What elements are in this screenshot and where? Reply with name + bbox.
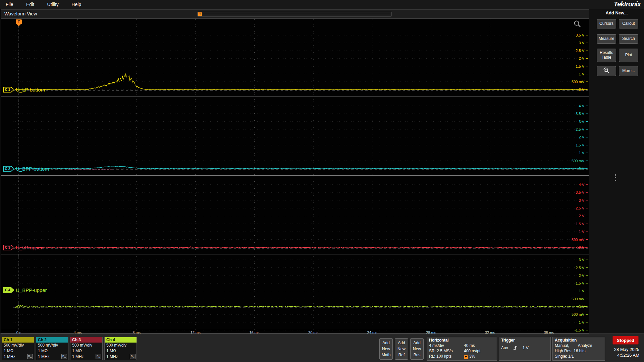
channel-card-ch1[interactable]: Ch 1500 mV/div1 MΩ1 MHzBW: [2, 337, 34, 360]
scale-label-ch4: 2 V: [561, 274, 584, 278]
menu-edit[interactable]: Edit: [20, 0, 40, 9]
minimap-track: [203, 14, 390, 14]
measure-button[interactable]: Measure: [597, 34, 616, 44]
channel-badge-c1[interactable]: C 1: [3, 87, 14, 93]
panel-resize-grip[interactable]: [615, 173, 616, 182]
menu-bar: File Edit Utility Help Tektronix: [0, 0, 644, 9]
acquisition-single: Single: 1/1: [555, 354, 603, 359]
scale-label-ch4: 1 V: [561, 289, 584, 293]
scale-label-ch1: 2.5 V: [561, 49, 584, 53]
channel-impedance: 1 MΩ: [105, 348, 137, 354]
scale-label-ch2: 2.5 V: [561, 127, 584, 131]
scale-label-ch3: 3 V: [561, 198, 584, 202]
zoom-magnifier-icon: [603, 67, 610, 74]
channel-card-ch4[interactable]: Ch 4500 mV/div1 MΩ1 MHzBW: [104, 337, 137, 360]
zoom-add-button[interactable]: [597, 66, 616, 76]
bandwidth-limit-icon: BW: [27, 354, 33, 359]
channel-card-header: Ch 3: [70, 337, 102, 343]
trigger-source: Aux: [501, 346, 508, 350]
tektronix-logo: Tektronix: [614, 0, 641, 8]
trigger-badge[interactable]: Trigger Aux 1 V: [499, 337, 551, 361]
scale-label-ch4: -1 V: [561, 320, 584, 324]
waveform-label-ch3[interactable]: U_LP upper: [16, 245, 43, 250]
scale-label-ch4: -500 mV: [561, 312, 584, 316]
menu-file[interactable]: File: [0, 0, 19, 9]
horizontal-record-length: RL: 100 kpts: [429, 354, 464, 359]
channel-impedance: 1 MΩ: [36, 348, 68, 354]
channel-impedance: 1 MΩ: [70, 348, 102, 354]
callout-button[interactable]: Callout: [619, 19, 638, 28]
scale-label-ch1: 500 mV: [561, 80, 584, 84]
trigger-position-icon: T: [464, 355, 468, 359]
cursors-button[interactable]: Cursors: [597, 19, 616, 28]
bandwidth-limit-icon: BW: [96, 354, 101, 359]
channel-badge-c3[interactable]: C 3: [3, 245, 14, 250]
scale-label-ch2: 500 mV: [561, 159, 584, 163]
bandwidth-limit-icon: BW: [61, 354, 67, 359]
plot-button[interactable]: Plot: [619, 49, 638, 62]
menu-help[interactable]: Help: [66, 0, 87, 9]
results-table-button[interactable]: Results Table: [597, 49, 616, 62]
horizontal-sample-rate: SR: 2.5 MS/s: [429, 348, 464, 354]
add-new-ref-button[interactable]: AddNewRef: [395, 338, 408, 360]
scale-label-ch2: 3.5 V: [561, 112, 584, 116]
menu-utility[interactable]: Utility: [42, 0, 64, 9]
right-panel: Add New... Cursors Callout Measure Searc…: [589, 9, 644, 334]
horizontal-sample-interval: 400 ns/pt: [464, 348, 495, 354]
time-text: 4:52:26 AM: [614, 352, 639, 358]
scale-label-ch3: 4 V: [561, 183, 584, 187]
scale-label-ch3: 3.5 V: [561, 190, 584, 194]
scale-label-ch2: 2 V: [561, 135, 584, 139]
scale-label-ch2: 4 V: [561, 104, 584, 108]
scale-label-ch4: 1.5 V: [561, 281, 584, 285]
acquisition-mode: Manual,: [555, 343, 569, 348]
date-text: 28 May 2025: [614, 347, 639, 352]
waveform-view-titlebar: Waveform View T: [1, 9, 589, 18]
acquisition-resolution: High Res: 16 bits: [555, 348, 603, 354]
scale-label-ch1: 1 V: [561, 72, 584, 76]
add-new-title: Add New...: [589, 9, 644, 15]
scale-label-ch2: 0 V: [561, 167, 584, 171]
scale-label-ch3: 0 V: [561, 245, 584, 249]
scale-label-ch3: 1 V: [561, 230, 584, 234]
horizontal-badge[interactable]: Horizontal 4 ms/div 40 ms SR: 2.5 MS/s 4…: [427, 337, 497, 361]
channel-card-header: Ch 1: [2, 337, 34, 343]
scale-label-ch4: 500 mV: [561, 297, 584, 301]
magnifier-icon[interactable]: [573, 20, 581, 28]
channel-scale: 500 mV/div: [2, 343, 34, 348]
scale-label-ch1: 1.5 V: [561, 64, 584, 68]
search-button[interactable]: Search: [619, 34, 638, 44]
scale-label-ch4: 3 V: [561, 258, 584, 262]
scale-label-ch3: 500 mV: [561, 238, 584, 242]
waveform-label-ch4[interactable]: U_BPP-upper: [16, 287, 47, 293]
channel-card-header: Ch 4: [105, 337, 137, 343]
scale-label-ch1: 3 V: [561, 41, 584, 45]
channel-card-ch2[interactable]: Ch 2500 mV/div1 MΩ1 MHzBW: [36, 337, 68, 360]
channel-scale: 500 mV/div: [70, 343, 102, 348]
waveform-view-title: Waveform View: [4, 11, 37, 16]
channel-scale: 500 mV/div: [105, 343, 137, 348]
zoom-overview-bar[interactable]: T: [198, 12, 391, 16]
add-new-bus-button[interactable]: AddNewBus: [410, 338, 424, 360]
add-new-math-button[interactable]: AddNewMath: [379, 338, 393, 360]
waveform-display-area[interactable]: T 3.5 V3 V2.5 V2 V1.5 V1 V500 mV0 V4 V3.…: [1, 18, 589, 334]
channel-card-ch3[interactable]: Ch 3500 mV/div1 MΩ1 MHzBW: [70, 337, 103, 360]
datetime-display: 28 May 2025 4:52:26 AM: [614, 347, 639, 358]
scale-label-ch3: 1.5 V: [561, 222, 584, 226]
trigger-position-flag[interactable]: T: [16, 19, 22, 24]
acquisition-analyze: Analyze: [578, 343, 592, 348]
horizontal-position: T3%: [464, 354, 495, 359]
scale-label-ch2: 3 V: [561, 120, 584, 124]
scale-label-ch3: 2.5 V: [561, 206, 584, 210]
acquisition-badge[interactable]: Acquisition Manual, Analyze High Res: 16…: [552, 337, 605, 361]
waveform-label-ch2[interactable]: U_BPP bottom: [16, 166, 49, 172]
more-button[interactable]: More...: [619, 66, 638, 76]
channel-card-header: Ch 2: [36, 337, 68, 343]
waveform-label-ch1[interactable]: U_LP bottom: [16, 87, 45, 93]
bottom-bar: Ch 1500 mV/div1 MΩ1 MHzBWCh 2500 mV/div1…: [0, 334, 644, 362]
channel-scale: 500 mV/div: [36, 343, 68, 348]
scale-label-ch3: 2 V: [561, 214, 584, 218]
channel-badge-c4[interactable]: C 4: [3, 287, 14, 293]
run-stop-status-button[interactable]: Stopped: [612, 336, 639, 345]
channel-badge-c2[interactable]: C 2: [3, 166, 14, 172]
